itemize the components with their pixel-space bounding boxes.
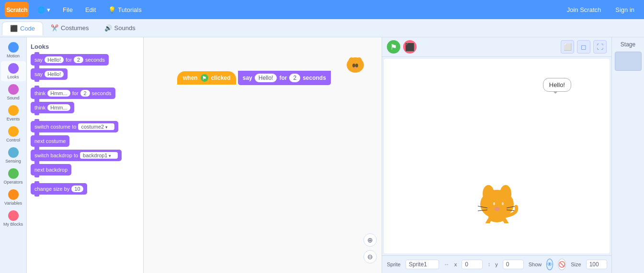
category-looks-label: Looks xyxy=(7,75,19,79)
category-sensing-label: Sensing xyxy=(5,159,21,164)
category-events-label: Events xyxy=(7,117,20,121)
category-sound[interactable]: Sound xyxy=(1,82,26,102)
svg-line-21 xyxy=(487,218,490,223)
canvas-say-block[interactable]: say Hello! for 2 seconds xyxy=(238,71,331,85)
edit-menu[interactable]: Edit xyxy=(81,4,100,15)
x-label: x xyxy=(454,262,457,267)
block-categories: Motion Looks Sound Events Control Sensin… xyxy=(0,37,27,273)
sprite-name-input[interactable] xyxy=(406,260,439,269)
svg-point-5 xyxy=(355,64,358,67)
stage-controls: ⚑ ⬛ ⬜ ◻ ⛶ xyxy=(382,37,611,57)
category-control[interactable]: Control xyxy=(1,124,26,144)
y-input[interactable] xyxy=(503,260,524,269)
x-input[interactable] xyxy=(462,260,483,269)
block-switch-backdrop[interactable]: switch backdrop to backdrop1 xyxy=(31,150,139,161)
stage-tab-area: Stage xyxy=(611,37,644,273)
green-flag-small: ⚑ xyxy=(201,74,208,82)
join-scratch-button[interactable]: Join Scratch xyxy=(562,4,606,15)
tutorials-label: Tutorials xyxy=(118,6,141,13)
tab-code[interactable]: ⬛ Code xyxy=(2,22,43,35)
category-control-label: Control xyxy=(6,138,20,142)
tab-costumes-label: Costumes xyxy=(61,24,89,32)
globe-icon: 🌐 xyxy=(37,6,45,13)
scratch-logo[interactable]: Scratch xyxy=(5,2,29,17)
when-clicked-block[interactable]: when ⚑ clicked xyxy=(177,71,236,85)
category-myblocks-label: My Blocks xyxy=(3,222,23,227)
block-change-size[interactable]: change size by 10 xyxy=(31,183,139,195)
stage-thumbnail[interactable] xyxy=(615,52,642,71)
canvas-area: when ⚑ clicked say Hello! for 2 seconds xyxy=(144,37,382,273)
category-operators[interactable]: Operators xyxy=(1,166,26,186)
tab-sounds-label: Sounds xyxy=(114,24,136,32)
sprite-label: Sprite xyxy=(387,262,401,267)
category-events[interactable]: Events xyxy=(1,103,26,123)
stage-cat-sprite xyxy=(473,175,521,225)
svg-point-6 xyxy=(354,67,357,69)
canvas-block-group: when ⚑ clicked say Hello! for 2 seconds xyxy=(177,71,331,85)
show-visible-button[interactable]: 👁 xyxy=(546,259,553,270)
svg-point-3 xyxy=(349,60,362,72)
green-flag-button[interactable]: ⚑ xyxy=(387,40,400,54)
block-say[interactable]: say Hello! xyxy=(31,68,139,80)
arrow-up-icon: ↕ xyxy=(487,261,490,268)
globe-arrow: ▾ xyxy=(47,6,50,13)
svg-point-14 xyxy=(502,202,504,205)
cat-sprite-canvas xyxy=(343,52,367,76)
tutorials-menu[interactable]: 💡 Tutorials xyxy=(104,4,145,15)
playback-controls: ⚑ ⬛ xyxy=(387,40,417,54)
costumes-icon: ✂️ xyxy=(51,24,58,32)
block-switch-costume[interactable]: switch costume to costume2 xyxy=(31,121,139,132)
block-think-seconds[interactable]: think Hmm... for 2 seconds xyxy=(31,87,139,99)
category-variables-label: Variables xyxy=(4,201,22,206)
file-menu[interactable]: File xyxy=(59,4,77,15)
blocks-section-title: Looks xyxy=(31,43,139,50)
block-say-seconds[interactable]: say Hello! for 2 seconds xyxy=(31,54,139,66)
tutorials-icon: 💡 xyxy=(108,6,116,13)
stage-view: Hello! xyxy=(384,59,610,253)
size-label: Size xyxy=(571,262,581,267)
blocks-panel: Looks say Hello! for 2 seconds say Hello… xyxy=(27,37,144,273)
sign-in-button[interactable]: Sign in xyxy=(610,4,639,15)
svg-point-15 xyxy=(494,207,500,211)
category-operators-label: Operators xyxy=(3,180,23,185)
tab-code-label: Code xyxy=(20,25,35,32)
category-motion[interactable]: Motion xyxy=(1,40,26,60)
sprite-info-bar: Sprite ↔ x ↕ y Show 👁 🚫 Size Direction xyxy=(382,255,611,273)
category-sound-label: Sound xyxy=(7,96,19,100)
layout-controls: ⬜ ◻ ⛶ xyxy=(561,40,607,54)
block-next-backdrop[interactable]: next backdrop xyxy=(31,164,139,175)
svg-line-22 xyxy=(504,218,507,223)
stop-button[interactable]: ⬛ xyxy=(403,40,417,54)
fullscreen-button[interactable]: ⛶ xyxy=(593,40,607,54)
y-label: y xyxy=(495,262,498,267)
category-looks[interactable]: Looks xyxy=(1,61,26,81)
category-sensing[interactable]: Sensing xyxy=(1,145,26,165)
category-motion-label: Motion xyxy=(7,54,20,58)
stage-panel: ⚑ ⬛ ⬜ ◻ ⛶ Hello! xyxy=(382,37,611,273)
tab-sounds[interactable]: 🔊 Sounds xyxy=(97,22,143,34)
category-myblocks[interactable]: My Blocks xyxy=(1,208,26,229)
small-stage-button[interactable]: ⬜ xyxy=(561,40,574,54)
tab-bar: ⬛ Code ✂️ Costumes 🔊 Sounds xyxy=(0,19,644,37)
large-stage-button[interactable]: ◻ xyxy=(577,40,590,54)
speech-bubble: Hello! xyxy=(543,78,571,92)
show-hidden-button[interactable]: 🚫 xyxy=(558,259,566,270)
arrow-right-icon: ↔ xyxy=(444,261,450,268)
svg-point-13 xyxy=(493,202,495,205)
stage-tab-label: Stage xyxy=(621,41,635,48)
category-variables[interactable]: Variables xyxy=(1,187,26,207)
svg-point-4 xyxy=(352,64,355,67)
top-bar: Scratch 🌐 ▾ File Edit 💡 Tutorials Join S… xyxy=(0,0,644,19)
zoom-out-button[interactable]: ⊖ xyxy=(363,250,377,263)
block-think[interactable]: think Hmm... xyxy=(31,102,139,113)
main-area: Motion Looks Sound Events Control Sensin… xyxy=(0,37,644,273)
show-label: Show xyxy=(529,262,542,267)
tab-costumes[interactable]: ✂️ Costumes xyxy=(43,22,97,34)
globe-menu[interactable]: 🌐 ▾ xyxy=(34,4,54,15)
code-icon: ⬛ xyxy=(10,25,18,32)
zoom-in-button[interactable]: ⊕ xyxy=(363,233,377,247)
size-input[interactable] xyxy=(586,260,607,269)
block-next-costume[interactable]: next costume xyxy=(31,135,139,147)
sounds-icon: 🔊 xyxy=(104,24,112,32)
